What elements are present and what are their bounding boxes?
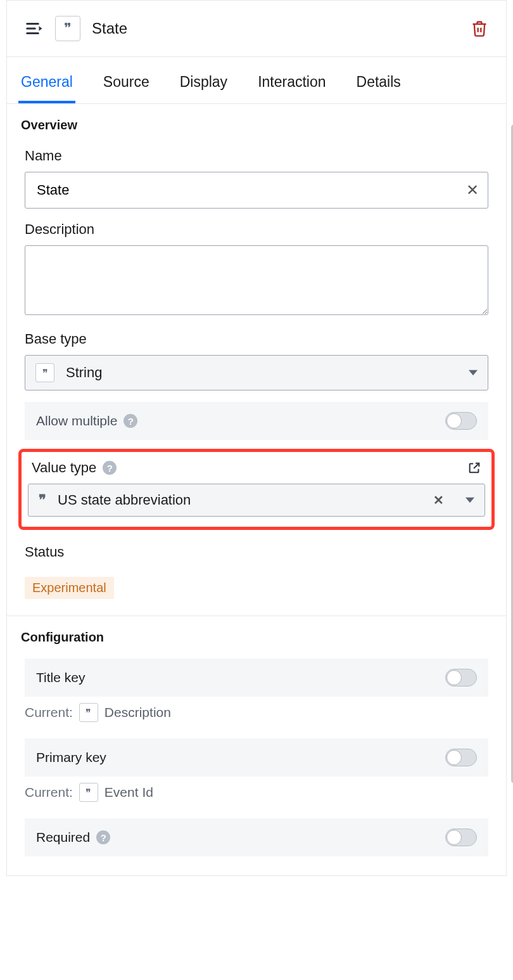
description-field: Description bbox=[7, 212, 506, 322]
clear-value-type-icon[interactable]: ✕ bbox=[433, 493, 444, 508]
value-type-value: US state abbreviation bbox=[58, 492, 191, 508]
tab-display[interactable]: Display bbox=[177, 70, 230, 103]
overview-section-title: Overview bbox=[7, 104, 506, 139]
allow-multiple-label: Allow multiple bbox=[36, 413, 117, 429]
tab-details[interactable]: Details bbox=[354, 70, 403, 103]
help-icon[interactable]: ? bbox=[96, 830, 110, 844]
clear-name-icon[interactable]: ✕ bbox=[466, 181, 479, 199]
current-label: Current: bbox=[25, 785, 73, 800]
panel-body: Overview Name ✕ Description Base type ❞ … bbox=[7, 104, 506, 875]
collapse-panel-icon[interactable] bbox=[25, 19, 44, 38]
value-type-label: Value type bbox=[32, 460, 96, 476]
primary-key-toggle[interactable] bbox=[445, 749, 477, 766]
required-toggle[interactable] bbox=[445, 828, 477, 846]
primary-key-current: Current: ❞ Event Id bbox=[7, 777, 506, 811]
chevron-down-icon bbox=[469, 368, 478, 377]
required-row: Required ? bbox=[25, 818, 488, 856]
status-label: Status bbox=[25, 544, 488, 560]
svg-marker-4 bbox=[466, 498, 474, 503]
name-field: Name ✕ bbox=[7, 139, 506, 212]
title-key-current-value: Description bbox=[104, 705, 171, 720]
help-icon[interactable]: ? bbox=[124, 414, 137, 428]
name-label: Name bbox=[25, 148, 488, 164]
string-type-icon: ❞ bbox=[35, 363, 54, 382]
title-key-row: Title key bbox=[25, 659, 488, 697]
tab-source[interactable]: Source bbox=[101, 70, 152, 103]
panel-header: ❞ State bbox=[7, 1, 506, 57]
delete-button[interactable] bbox=[471, 20, 488, 37]
current-label: Current: bbox=[25, 705, 73, 720]
primary-key-label: Primary key bbox=[36, 750, 106, 765]
value-type-highlight: Value type ? ❞ US state abbreviation ✕ bbox=[18, 449, 495, 530]
description-label: Description bbox=[25, 221, 488, 238]
description-input[interactable] bbox=[25, 245, 488, 315]
chevron-down-icon bbox=[466, 496, 474, 505]
status-badge: Experimental bbox=[25, 577, 114, 599]
title-key-toggle[interactable] bbox=[445, 669, 477, 687]
base-type-value: String bbox=[66, 364, 102, 381]
svg-marker-3 bbox=[469, 370, 478, 375]
base-type-select[interactable]: ❞ String bbox=[25, 355, 488, 390]
allow-multiple-row: Allow multiple ? bbox=[25, 402, 488, 440]
string-type-icon: ❞ bbox=[79, 783, 98, 802]
allow-multiple-toggle[interactable] bbox=[445, 412, 477, 430]
property-editor-panel: ❞ State General Source Display Interacti… bbox=[6, 0, 507, 876]
name-input-wrapper: ✕ bbox=[25, 172, 488, 209]
open-external-icon[interactable] bbox=[467, 461, 481, 475]
base-type-field: Base type ❞ String bbox=[7, 322, 506, 394]
tab-bar: General Source Display Interaction Detai… bbox=[7, 57, 506, 104]
quote-icon: ❞ bbox=[39, 492, 46, 508]
name-input[interactable] bbox=[35, 181, 457, 199]
value-type-header: Value type ? bbox=[28, 460, 485, 484]
value-type-select[interactable]: ❞ US state abbreviation ✕ bbox=[28, 484, 485, 517]
base-type-label: Base type bbox=[25, 331, 488, 347]
primary-key-current-value: Event Id bbox=[104, 785, 153, 800]
primary-key-row: Primary key bbox=[25, 738, 488, 777]
title-key-label: Title key bbox=[36, 670, 85, 685]
panel-title: State bbox=[92, 20, 459, 37]
configuration-section-title: Configuration bbox=[7, 616, 506, 651]
string-type-icon: ❞ bbox=[79, 703, 98, 722]
tab-interaction[interactable]: Interaction bbox=[255, 70, 328, 103]
help-icon[interactable]: ? bbox=[103, 461, 117, 475]
status-field: Status bbox=[7, 541, 506, 572]
required-label: Required bbox=[36, 830, 90, 845]
tab-general[interactable]: General bbox=[18, 70, 75, 103]
title-key-current: Current: ❞ Description bbox=[7, 697, 506, 731]
string-type-icon: ❞ bbox=[55, 16, 80, 41]
